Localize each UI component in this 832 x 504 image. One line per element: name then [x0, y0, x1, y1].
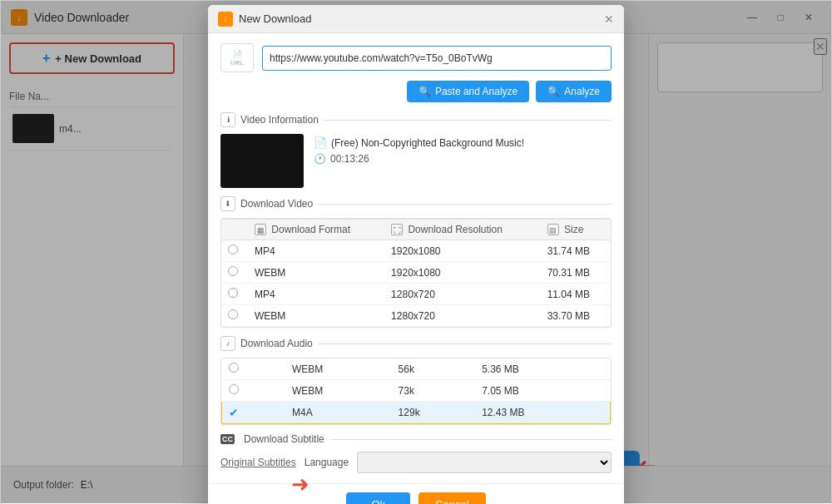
paste-analyze-label: Paste and Analyze — [435, 86, 518, 97]
table-row[interactable]: MP4 1920x1080 31.74 MB — [221, 240, 611, 262]
download-subtitle-header: CC Download Subtitle — [220, 433, 612, 445]
video-info-section: ℹ Video Information 📄 (Free) Non-Copyrig… — [220, 112, 612, 188]
table-row[interactable]: WEBM 73k 7.05 MB — [222, 380, 611, 402]
modal-title-area: ↓ New Download — [218, 12, 311, 27]
modal-title: New Download — [239, 12, 311, 25]
paste-and-analyze-button[interactable]: 🔍 Paste and Analyze — [407, 81, 529, 102]
download-video-section: ⬇ Download Video ▦ Download Fo — [220, 196, 612, 328]
analyze-label: Analyze — [564, 86, 600, 97]
language-select[interactable] — [357, 452, 612, 473]
table-row[interactable]: MP4 1280x720 11.04 MB — [221, 284, 611, 305]
resolution-icon: ⛶ — [391, 224, 403, 235]
app-window: ↓ Video Downloader — □ ✕ + + New Downloa… — [0, 0, 832, 504]
table-row[interactable]: ✔ M4A 129k 12.43 MB — [222, 402, 611, 424]
new-download-modal: ↓ New Download ✕ 📄 URL ➜ — [208, 5, 624, 504]
video-title-row: 📄 (Free) Non-Copyrighted Background Musi… — [314, 136, 524, 149]
modal-overlay: ↓ New Download ✕ 📄 URL ➜ — [1, 1, 831, 503]
ok-button[interactable]: Ok — [346, 492, 410, 504]
cc-icon: CC — [220, 434, 235, 444]
download-audio-icon: ♪ — [220, 336, 235, 351]
table-row[interactable]: WEBM 1280x720 33.70 MB — [221, 305, 611, 327]
analyze-icon: 🔍 — [547, 86, 560, 97]
cancel-button[interactable]: Cancel — [418, 492, 485, 504]
doc-icon: 📄 — [314, 136, 327, 149]
divider4 — [329, 439, 612, 440]
subtitle-row: Original Subtitles Language — [220, 452, 612, 473]
video-title: (Free) Non-Copyrighted Background Music! — [331, 137, 524, 149]
video-metadata: 📄 (Free) Non-Copyrighted Background Musi… — [314, 134, 524, 165]
format-icon: ▦ — [255, 224, 266, 235]
red-arrow-ok: ➜ — [291, 472, 310, 497]
video-table-scroll[interactable]: ▦ Download Format ⛶ Download Resolution … — [220, 218, 612, 328]
modal-body: 📄 URL ➜ 🔍 Paste and Analyze 🔍 Analyze — [208, 33, 624, 483]
video-thumbnail — [220, 134, 304, 188]
download-video-label: Download Video — [240, 198, 313, 210]
audio-table-scroll[interactable]: WEBM 56k 5.36 MB WEBM 73k 7.05 MB ✔ M4A … — [220, 358, 612, 425]
info-icon: ℹ — [220, 112, 235, 127]
audio-formats-table: WEBM 56k 5.36 MB WEBM 73k 7.05 MB ✔ M4A … — [221, 358, 611, 424]
modal-titlebar: ↓ New Download ✕ — [208, 5, 624, 33]
url-section: 📄 URL — [220, 43, 612, 72]
th-format: ▦ Download Format — [248, 220, 384, 240]
table-row[interactable]: WEBM 1920x1080 70.31 MB — [221, 262, 611, 284]
analyze-button[interactable]: 🔍 Analyze — [536, 81, 612, 102]
download-video-icon: ⬇ — [220, 196, 235, 211]
url-input[interactable] — [262, 46, 612, 71]
original-subtitles-link[interactable]: Original Subtitles — [220, 457, 296, 468]
modal-icon: ↓ — [218, 12, 233, 27]
download-audio-header: ♪ Download Audio — [220, 336, 612, 351]
size-icon: ▤ — [547, 224, 559, 235]
th-radio — [221, 220, 248, 240]
download-subtitle-label: Download Subtitle — [244, 433, 324, 445]
video-info-header: ℹ Video Information — [220, 112, 612, 127]
video-info-row: 📄 (Free) Non-Copyrighted Background Musi… — [220, 134, 612, 188]
modal-footer: ➜ Ok Cancel — [208, 483, 624, 504]
action-buttons-row: ➜ 🔍 Paste and Analyze 🔍 Analyze — [220, 81, 612, 102]
download-audio-section: ♪ Download Audio WEBM 56k 5.36 MB WEBM 7… — [220, 336, 612, 425]
divider3 — [318, 343, 612, 344]
table-row[interactable]: WEBM 56k 5.36 MB — [222, 358, 611, 380]
th-size: ▤ Size — [541, 220, 611, 240]
download-audio-label: Download Audio — [240, 338, 313, 349]
download-video-header: ⬇ Download Video — [220, 196, 612, 211]
divider2 — [318, 204, 612, 205]
modal-close-button[interactable]: ✕ — [604, 12, 614, 26]
clock-icon: 🕐 — [314, 153, 326, 165]
th-resolution: ⛶ Download Resolution — [384, 220, 541, 240]
duration-text: 00:13:26 — [330, 153, 369, 165]
paste-analyze-icon: 🔍 — [418, 86, 431, 97]
video-info-label: Video Information — [240, 114, 319, 126]
duration-row: 🕐 00:13:26 — [314, 153, 524, 165]
video-formats-table: ▦ Download Format ⛶ Download Resolution … — [221, 219, 611, 327]
url-icon: 📄 URL — [220, 43, 254, 72]
divider — [324, 120, 612, 121]
download-subtitle-section: CC Download Subtitle Original Subtitles … — [220, 433, 612, 473]
language-label: Language — [305, 457, 349, 468]
